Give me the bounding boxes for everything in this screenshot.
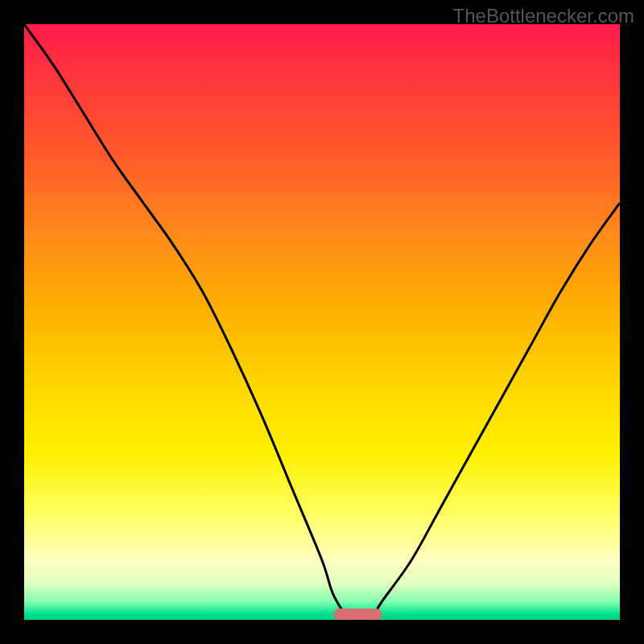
watermark-text: TheBottlenecker.com <box>453 5 634 27</box>
optimal-marker <box>334 609 382 620</box>
bottleneck-curve <box>24 24 620 620</box>
curve-svg <box>24 24 620 620</box>
plot-area <box>24 24 620 620</box>
